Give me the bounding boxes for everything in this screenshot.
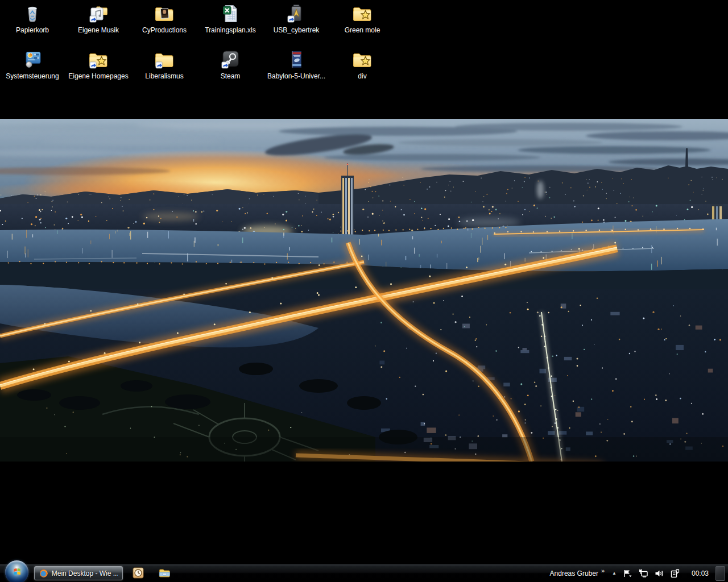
desktop-icon-eigene-homepages[interactable]: Eigene Homepages [66, 48, 131, 91]
excel-file-icon [220, 3, 241, 24]
clock-app-icon[interactable] [133, 567, 144, 579]
folder-shortcut-star-icon [88, 49, 109, 70]
recycle-bin-icon [22, 3, 43, 24]
desktop-icon-label: Trainingsplan.xls [205, 27, 256, 34]
desktop-icon-label: div [358, 73, 366, 80]
wallpaper [0, 119, 728, 462]
desktop-icon-usb-cybertrek[interactable]: USB_cybertrek [264, 2, 329, 45]
taskbar-window-title: Mein Desktop - Wie ... [52, 569, 118, 577]
desktop-icon-eigene-musik[interactable]: Eigene Musik [66, 2, 131, 45]
control-panel-icon [22, 49, 43, 70]
folder-shortcut-icon [154, 49, 175, 70]
desktop-icon-label: CyProductions [142, 27, 187, 34]
taskbar: Mein Desktop - Wie ... Andreas Gruber » … [0, 564, 728, 582]
desktop-icon-liberalismus[interactable]: Liberalismus [132, 48, 197, 91]
desktop-icon-babylon-5-univer[interactable]: Babylon-5-Univer... [264, 48, 329, 91]
wallpaper-scene [0, 119, 728, 462]
steam-shortcut-icon [220, 49, 241, 70]
firefox-icon [39, 569, 48, 578]
folder-star-icon [352, 49, 373, 70]
windows-flag-icon [10, 566, 24, 579]
desktop-icon-label: Steam [221, 73, 241, 80]
usb-shortcut-icon [286, 3, 307, 24]
language-flag-icon[interactable] [622, 568, 632, 579]
music-shortcut-icon [88, 3, 109, 24]
desktop-icon-systemsteuerung[interactable]: Systemsteuerung [0, 48, 65, 91]
language-bar-username[interactable]: Andreas Gruber [550, 569, 598, 577]
network-icon[interactable] [638, 568, 648, 579]
system-tray: Andreas Gruber » ▲ 0 [550, 564, 728, 582]
hidden-icons-arrow[interactable]: ▲ [612, 571, 617, 576]
desktop-icon-cyproductions[interactable]: CyProductions [132, 2, 197, 45]
volume-icon[interactable] [654, 568, 664, 579]
desktop-icon-label: Papierkorb [16, 27, 49, 34]
desktop-icon-trainingsplan-xls[interactable]: Trainingsplan.xls [198, 2, 263, 45]
taskbar-clock[interactable]: 00:03 [692, 569, 709, 577]
desktop-icon-label: Babylon-5-Univer... [267, 73, 325, 80]
desktop-icon-papierkorb[interactable]: Papierkorb [0, 2, 65, 45]
language-bar-chevron[interactable]: » [601, 567, 605, 574]
folder-photo-icon [154, 3, 175, 24]
taskbar-window-button[interactable]: Mein Desktop - Wie ... [34, 566, 123, 580]
desktop-icon-label: Eigene Musik [78, 27, 119, 34]
desktop-icon-div[interactable]: div [330, 48, 395, 91]
desktop-icon-green-mole[interactable]: Green mole [330, 2, 395, 45]
desktop-icon-label: USB_cybertrek [274, 27, 320, 34]
start-button[interactable] [5, 560, 28, 582]
desktop-icon-label: Eigene Homepages [68, 73, 128, 80]
taskbar-edge-button[interactable] [715, 566, 725, 581]
desktop-icon-label: Systemsteuerung [6, 73, 59, 80]
explorer-folder-icon[interactable] [159, 567, 170, 579]
desktop-icon-steam[interactable]: Steam [198, 48, 263, 91]
safely-remove-hardware-icon[interactable] [670, 568, 680, 579]
desktop-icon-label: Green mole [345, 27, 380, 34]
desktop-icon-label: Liberalismus [145, 73, 183, 80]
folder-star-icon [352, 3, 373, 24]
book-cover-icon [286, 49, 307, 70]
